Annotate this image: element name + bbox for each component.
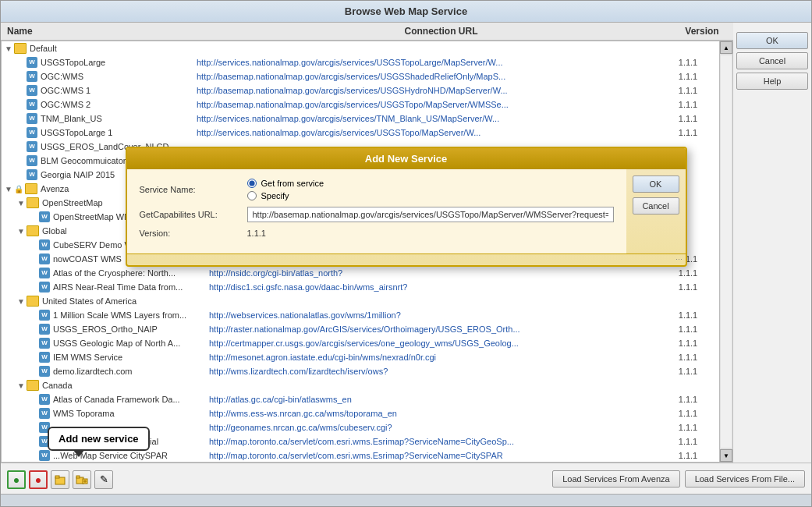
load-services-from-avenza-btn[interactable]: Load Services From Avenza [552, 470, 679, 488]
service-icon: W [27, 71, 37, 82]
scroll-track [721, 55, 732, 448]
tree-item[interactable]: WOGC:WMShttp://basemap.nationalmap.gov/a… [2, 69, 719, 83]
load-services-from-file-btn[interactable]: Load Services From File... [685, 470, 805, 488]
tree-item[interactable]: ▼Default [2, 41, 719, 55]
radio-get-input[interactable] [247, 179, 257, 188]
item-name: USGS Geologic Map of North A... [53, 339, 209, 348]
radio-get-from-service[interactable]: Get from service [247, 179, 324, 188]
ok-button[interactable]: OK [736, 32, 808, 49]
service-icon: W [39, 211, 50, 222]
add-folder-btn[interactable] [51, 470, 69, 489]
version-value: 1.1.1 [247, 229, 266, 238]
service-icon: W [39, 450, 50, 461]
item-name: United States of America [42, 296, 198, 306]
scroll-down-btn[interactable]: ▼ [720, 449, 732, 462]
item-version: 1.1.1 [657, 72, 719, 81]
item-url: http://nsidc.org/cgi-bin/atlas_north? [209, 268, 657, 278]
tree-item[interactable]: WUSGSTopoLarge 1http://services.national… [2, 126, 719, 140]
item-name: WMS Toporama [53, 409, 209, 418]
tree-toggle-icon: ▼ [17, 199, 27, 207]
service-icon: W [27, 127, 37, 138]
item-name: TNM_Blank_US [41, 114, 197, 123]
item-name: USGS_EROS_Ortho_NAIP [53, 324, 209, 334]
scroll-up-btn[interactable]: ▲ [720, 41, 732, 54]
item-url: http://wms.lizardtech.com/lizardtech/ise… [209, 367, 657, 376]
item-name: IEM WMS Service [53, 353, 209, 362]
item-url: http://basemap.nationalmap.gov/arcgis/se… [197, 100, 657, 109]
item-version: 1.1.1 [657, 409, 719, 418]
tree-item[interactable]: WUSGS_EROS_Ortho_NAIPhttp://raster.natio… [2, 322, 719, 336]
lock-icon: 🔒 [14, 185, 23, 193]
tree-item[interactable]: ▼Canada [2, 378, 719, 392]
service-icon: W [39, 408, 50, 419]
item-version: 1.1.1 [657, 437, 719, 446]
cancel-button[interactable]: Cancel [736, 52, 808, 69]
tree-item[interactable]: WAtlas of Canada Framework Da...http://a… [2, 392, 719, 406]
service-icon: W [39, 282, 50, 292]
item-name: OGC:WMS 1 [41, 86, 197, 95]
folder-icon [14, 43, 27, 54]
item-version: 1.1.1 [657, 268, 719, 278]
item-version: 1.1.1 [657, 339, 719, 348]
add-subfolder-btn[interactable] [73, 470, 91, 489]
dialog-title: Add New Service [127, 148, 686, 169]
item-name: Canada [42, 381, 198, 390]
radio-specify[interactable]: Specify [247, 191, 324, 200]
item-version: 1.1.1 [657, 128, 719, 137]
tree-item[interactable]: Wdemo.lizardtech.comhttp://wms.lizardtec… [2, 364, 719, 378]
add-new-service-dialog: Add New Service Service Name: Get from s… [126, 147, 687, 267]
item-name: OGC:WMS 2 [41, 100, 197, 109]
tree-item[interactable]: WOGC:WMS 1http://basemap.nationalmap.gov… [2, 83, 719, 98]
folder-icon [27, 197, 39, 208]
green-circle-btn[interactable]: ● [7, 470, 26, 489]
service-icon: W [39, 239, 50, 250]
service-icon: W [27, 99, 37, 110]
service-icon: W [39, 394, 50, 405]
radio-specify-input[interactable] [247, 191, 257, 200]
dialog-ok-button[interactable]: OK [633, 176, 679, 193]
tree-item[interactable]: WTNM_Blank_UShttp://services.nationalmap… [2, 112, 719, 126]
service-name-row: Service Name: Get from service Specify [140, 179, 614, 200]
service-icon: W [39, 324, 50, 335]
folder-icon [27, 225, 39, 236]
item-url: http://map.toronto.ca/servlet/com.esri.w… [209, 437, 657, 446]
item-version: 1.1.1 [657, 395, 719, 404]
tree-item[interactable]: WUSGS Geologic Map of North A...http://c… [2, 336, 719, 350]
service-name-label: Service Name: [140, 185, 241, 194]
dialog-body: Service Name: Get from service Specify G [127, 169, 626, 254]
tree-item[interactable]: ▼United States of America [2, 294, 719, 308]
get-capabilities-input[interactable] [247, 207, 614, 222]
version-row: Version: 1.1.1 [140, 229, 614, 238]
item-name: AIRS Near-Real Time Data from... [53, 282, 209, 292]
item-url: http://webservices.nationalatlas.gov/wms… [209, 310, 657, 320]
item-url: http://services.nationalmap.gov/arcgis/s… [197, 114, 657, 123]
tree-item[interactable]: WUSGSTopoLargehttp://services.nationalma… [2, 55, 719, 69]
tree-item[interactable]: WIEM WMS Servicehttp://mesonet.agron.ias… [2, 350, 719, 364]
item-version: 1.1.1 [657, 423, 719, 432]
dialog-buttons: OK Cancel [626, 169, 686, 254]
add-new-service-label: Add new service [59, 433, 139, 445]
tree-toggle-icon: ▼ [5, 185, 14, 193]
help-button[interactable]: Help [736, 73, 808, 90]
dialog-cancel-button[interactable]: Cancel [633, 197, 679, 214]
item-name: OGC:WMS [41, 72, 197, 81]
tree-item[interactable]: WAIRS Near-Real Time Data from...http://… [2, 280, 719, 294]
service-icon: W [27, 169, 37, 180]
edit-btn[interactable]: ✎ [94, 470, 113, 489]
tree-item[interactable]: WWMS Toporamahttp://wms.ess-ws.nrcan.gc.… [2, 406, 719, 420]
item-version: 1.1.1 [657, 58, 719, 67]
item-url: http://basemap.nationalmap.gov/arcgis/se… [197, 86, 657, 95]
get-capabilities-row: GetCapabilites URL: [140, 207, 614, 222]
radio-specify-label: Specify [261, 191, 289, 200]
item-name: Atlas of the Cryosphere: North... [53, 268, 209, 278]
service-icon: W [39, 268, 50, 278]
tree-item[interactable]: WOGC:WMS 2http://basemap.nationalmap.gov… [2, 98, 719, 112]
col-version-header: Version [671, 26, 733, 37]
radio-group: Get from service Specify [247, 179, 324, 200]
service-icon: W [27, 141, 37, 152]
item-url: http://services.nationalmap.gov/arcgis/s… [197, 58, 657, 67]
tree-item[interactable]: WAtlas of the Cryosphere: North...http:/… [2, 266, 719, 280]
tree-item[interactable]: W1 Million Scale WMS Layers from...http:… [2, 308, 719, 322]
red-circle-btn[interactable]: ● [29, 470, 48, 489]
svg-rect-3 [76, 476, 80, 478]
